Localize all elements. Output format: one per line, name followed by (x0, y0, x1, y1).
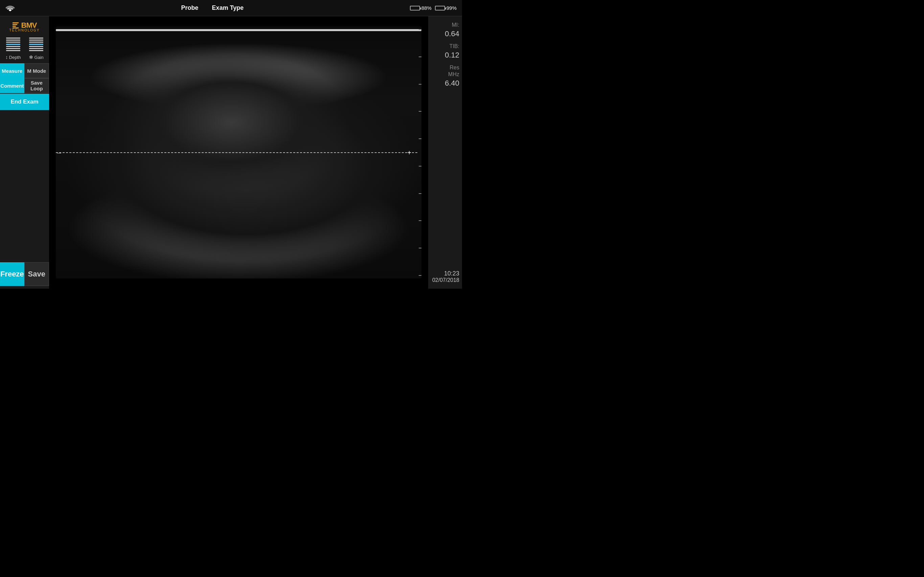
left-panel: BMV TECHNOLOGY ↕ Depth (0, 16, 49, 288)
time-display: 10:23 (431, 270, 459, 277)
battery2-icon: 99% (435, 5, 456, 11)
sliders-area: ↕ Depth ✻ Gain (0, 36, 49, 60)
buttons-area: Measure M Mode Comment Save Loop End Exa… (0, 63, 49, 110)
ultrasound-area[interactable]: — + (49, 16, 428, 288)
probe-label[interactable]: Probe (181, 5, 199, 11)
depth-label: ↕ Depth (5, 55, 21, 60)
cursor-crosshair-icon: + (407, 148, 411, 156)
bottom-buttons: Freeze Save (0, 262, 49, 286)
comment-button[interactable]: Comment (0, 78, 24, 93)
m-mode-button[interactable]: M Mode (24, 63, 49, 78)
right-panel: MI: 0.64 TIB: 0.12 Res MHz 6.40 10:23 02… (428, 16, 462, 288)
ultrasound-image: — + (56, 26, 421, 279)
tib-label: TIB: (431, 43, 459, 49)
battery1-pct: 88% (421, 5, 432, 11)
battery1-icon: 88% (410, 5, 432, 11)
brand-subtitle: TECHNOLOGY (9, 28, 40, 32)
depth-slider[interactable]: ↕ Depth (5, 37, 21, 60)
tib-value: 0.12 (431, 51, 459, 60)
save-button[interactable]: Save (24, 262, 49, 286)
save-loop-button[interactable]: Save Loop (24, 78, 49, 93)
ultrasound-canvas: — + (49, 16, 428, 288)
exam-type-label[interactable]: Exam Type (212, 5, 244, 11)
mi-value: 0.64 (431, 29, 459, 38)
main-content: BMV TECHNOLOGY ↕ Depth (0, 16, 462, 288)
transducer-line (56, 29, 421, 31)
logo-stripes-icon (13, 22, 19, 29)
battery2-pct: 99% (447, 5, 456, 11)
logo-area: BMV TECHNOLOGY (0, 19, 49, 36)
mi-label: MI: (431, 22, 459, 28)
gain-sun-icon: ✻ (29, 55, 33, 60)
top-bar-right: 88% 99% (410, 5, 456, 11)
cursor-line: — (56, 152, 417, 153)
end-exam-button[interactable]: End Exam (0, 94, 49, 110)
top-bar-left (5, 4, 15, 13)
depth-ruler (417, 26, 421, 279)
gain-slider[interactable]: ✻ Gain (29, 37, 43, 60)
mode-buttons-row: Measure M Mode (0, 63, 49, 78)
top-bar: Probe Exam Type 88% 99% (0, 0, 462, 16)
date-display: 02/07/2018 (431, 277, 459, 283)
measure-button[interactable]: Measure (0, 63, 24, 78)
gain-label: ✻ Gain (29, 55, 43, 60)
res-label: Res MHz (431, 64, 459, 77)
res-value: 6.40 (431, 79, 459, 88)
wifi-icon (5, 4, 15, 13)
depth-arrow-icon: ↕ (5, 55, 8, 60)
top-bar-center: Probe Exam Type (181, 5, 244, 11)
freeze-button[interactable]: Freeze (0, 262, 24, 286)
cursor-left-marker: — (57, 151, 61, 155)
datetime: 10:23 02/07/2018 (431, 270, 459, 283)
comment-buttons-row: Comment Save Loop (0, 78, 49, 93)
